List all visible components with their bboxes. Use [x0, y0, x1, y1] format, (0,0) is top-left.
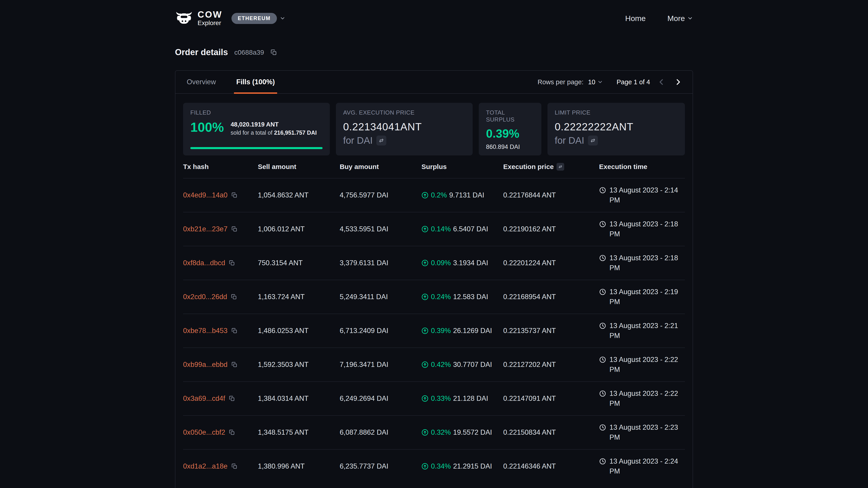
avg-price-label: AVG. EXECUTION PRICE — [343, 109, 465, 116]
brand-text: COW Explorer — [197, 10, 222, 27]
tx-hash-link[interactable]: 0x050e...cbf2 — [183, 428, 225, 436]
fills-table-header: Tx hash Sell amount Buy amount Surplus E… — [183, 156, 685, 178]
network-chevron-down-icon[interactable] — [280, 15, 285, 21]
buy-amount-cell: 3,379.6131 DAI — [340, 259, 422, 267]
execution-time-cell: 13 August 2023 - 2:24 PM — [599, 456, 685, 476]
execution-price-cell: 0.22201224 ANT — [503, 259, 599, 267]
surplus-percent: 0.2% — [431, 191, 447, 199]
col-header-buy-amount: Buy amount — [340, 163, 422, 170]
surplus-arrow-up-icon — [421, 429, 429, 436]
clock-icon — [599, 424, 606, 431]
copy-tx-hash-icon[interactable] — [229, 395, 235, 402]
copy-tx-hash-icon[interactable] — [229, 260, 235, 266]
limit-price-swap-icon[interactable] — [588, 135, 598, 145]
copy-tx-hash-icon[interactable] — [231, 328, 238, 334]
tx-hash-link[interactable]: 0xd1a2...a18e — [183, 462, 228, 470]
clock-icon — [599, 254, 606, 262]
execution-price: 0.22168954 ANT — [503, 293, 556, 301]
fills-table-rows: 0x4ed9...14a0 1,054.8632 ANT 4,756.5977 … — [183, 178, 685, 483]
nav-more-label: More — [668, 14, 685, 23]
tab-overview[interactable]: Overview — [184, 71, 218, 93]
brand-logo[interactable]: COW Explorer — [175, 10, 222, 27]
copy-tx-hash-icon[interactable] — [231, 192, 238, 198]
order-id: c0688a39 — [234, 48, 264, 56]
tx-hash-link[interactable]: 0xb99a...ebbd — [183, 361, 228, 369]
title-row: Order details c0688a39 — [175, 47, 693, 57]
filled-percent: 100% — [190, 121, 224, 134]
prev-page-button[interactable] — [656, 76, 667, 88]
execution-time: 13 August 2023 - 2:21 PM — [610, 321, 684, 341]
clock-icon — [599, 458, 606, 465]
execution-time: 13 August 2023 - 2:14 PM — [610, 185, 684, 205]
surplus-cell: 0.24% 12.583 DAI — [421, 293, 503, 301]
buy-amount: 4,756.5977 DAI — [340, 191, 388, 199]
tx-hash-link[interactable]: 0xb21e...23e7 — [183, 225, 228, 233]
tx-hash-link[interactable]: 0x2cd0...26dd — [183, 293, 227, 301]
surplus-percent: 0.33% — [431, 394, 451, 402]
col-header-tx-hash: Tx hash — [183, 163, 258, 170]
nav-item-home[interactable]: Home — [625, 14, 646, 23]
table-row: 0x4ed9...14a0 1,054.8632 ANT 4,756.5977 … — [183, 178, 685, 212]
surplus-percent: 0.34% — [431, 462, 451, 470]
execution-time: 13 August 2023 - 2:23 PM — [610, 422, 684, 442]
col-header-buy-label: Buy amount — [340, 163, 379, 170]
copy-tx-hash-icon[interactable] — [231, 294, 237, 300]
copy-tx-hash-icon[interactable] — [231, 463, 238, 469]
nav-home-label: Home — [625, 14, 646, 23]
sell-amount-cell: 1,348.5175 ANT — [258, 428, 340, 436]
filled-details: 48,020.1919 ANT sold for a total of 216,… — [230, 121, 317, 136]
buy-amount-cell: 6,087.8862 DAI — [340, 428, 422, 436]
avg-price-per: for DAI — [343, 135, 465, 146]
rows-per-page-select[interactable]: 10 — [588, 78, 603, 86]
tx-hash-cell: 0x4ed9...14a0 — [183, 191, 258, 199]
surplus-arrow-up-icon — [421, 395, 429, 402]
surplus-arrow-up-icon — [421, 327, 429, 334]
sell-amount: 1,592.3503 ANT — [258, 361, 309, 368]
filled-sold-prefix: sold for a total of — [230, 129, 274, 136]
buy-amount: 5,249.3411 DAI — [340, 293, 388, 301]
tab-fills-label: Fills (100%) — [236, 78, 275, 86]
tx-hash-link[interactable]: 0xf8da...dbcd — [183, 259, 225, 267]
avg-price-swap-icon[interactable] — [376, 135, 386, 145]
fill-progress-value — [190, 147, 322, 149]
tx-hash-link[interactable]: 0xbe78...b453 — [183, 327, 228, 335]
total-surplus-amount: 860.894 DAI — [486, 143, 534, 151]
next-page-button[interactable] — [673, 76, 684, 88]
tx-hash-cell: 0x2cd0...26dd — [183, 293, 258, 301]
tx-hash-link[interactable]: 0x4ed9...14a0 — [183, 191, 228, 199]
execution-price-cell: 0.22150834 ANT — [503, 428, 599, 436]
nav-item-more[interactable]: More — [668, 14, 693, 23]
limit-price-value: 0.22222222ANT — [555, 121, 678, 133]
surplus-arrow-up-icon — [421, 192, 429, 199]
tx-hash-link[interactable]: 0x3a69...cd4f — [183, 394, 225, 402]
copy-tx-hash-icon[interactable] — [229, 429, 235, 435]
buy-amount-cell: 6,235.7737 DAI — [340, 462, 422, 470]
execution-price: 0.22190162 ANT — [503, 225, 556, 233]
execution-price: 0.22146346 ANT — [503, 462, 556, 470]
surplus-arrow-up-icon — [421, 463, 429, 470]
execution-price-cell: 0.22135737 ANT — [503, 327, 599, 335]
rows-per-page-label: Rows per page: — [537, 78, 583, 86]
copy-tx-hash-icon[interactable] — [231, 226, 238, 232]
execution-time-cell: 13 August 2023 - 2:22 PM — [599, 355, 685, 375]
surplus-percent: 0.14% — [431, 225, 451, 233]
copy-order-id-icon[interactable] — [270, 49, 277, 56]
execution-time-cell: 13 August 2023 - 2:22 PM — [599, 389, 685, 409]
clock-icon — [599, 322, 606, 329]
copy-tx-hash-icon[interactable] — [231, 361, 238, 368]
buy-amount-cell: 4,533.5951 DAI — [340, 225, 422, 233]
app-header: COW Explorer ETHEREUM Home More — [175, 0, 693, 27]
sell-amount: 1,006.012 ANT — [258, 225, 305, 233]
avg-execution-price-card: AVG. EXECUTION PRICE 0.22134041ANT for D… — [336, 103, 473, 156]
execution-time: 13 August 2023 - 2:22 PM — [610, 389, 684, 409]
tab-fills[interactable]: Fills (100%) — [234, 71, 277, 93]
network-badge[interactable]: ETHEREUM — [231, 13, 277, 24]
execution-price-swap-icon[interactable] — [557, 163, 564, 170]
sell-amount-cell: 1,380.996 ANT — [258, 462, 340, 470]
sell-amount: 1,384.0314 ANT — [258, 394, 309, 402]
rows-per-page-chevron-down-icon — [597, 79, 603, 85]
execution-time: 13 August 2023 - 2:24 PM — [610, 456, 684, 476]
col-header-price-label: Execution price — [503, 163, 554, 170]
buy-amount: 4,533.5951 DAI — [340, 225, 388, 233]
limit-price-per-label: for DAI — [555, 135, 584, 146]
